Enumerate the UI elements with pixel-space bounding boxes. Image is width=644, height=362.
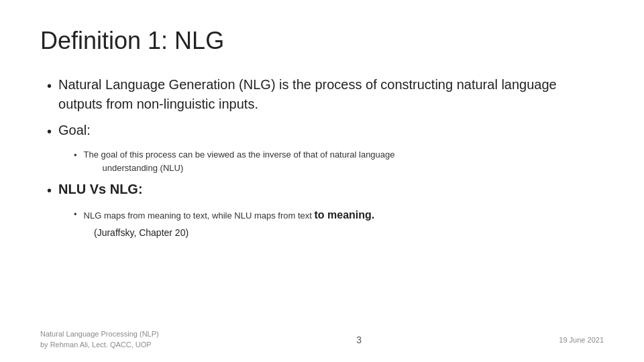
nlu-vs-nlg-label: NLU Vs NLG: [58,180,143,199]
goal-sub-text-part1: The goal of this process can be viewed a… [84,149,395,160]
goal-sub-bullet: • The goal of this process can be viewed… [74,148,604,174]
slide-content: • Natural Language Generation (NLG) is t… [40,75,604,238]
bullet-nlu-vs-nlg: • NLU Vs NLG: [47,180,604,200]
bullet-dot-1: • [47,76,52,96]
nlu-sub-bold-text: to meaning. [314,209,374,221]
goal-label-text: Goal: [58,123,91,137]
bullet-goal: • Goal: [47,121,604,141]
footer-left-line1: Natural Language Processing (NLP) [40,329,159,339]
goal-sub-text: The goal of this process can be viewed a… [84,148,604,174]
slide-title: Definition 1: NLG [40,27,604,55]
juraffsky-reference: (Juraffsky, Chapter 20) [94,227,604,238]
goal-sub-text-part2: understanding (NLU) [103,163,184,173]
bullet-dot-2: • [47,122,52,141]
nlu-sub-bullet: • NLG maps from meaning to text, while N… [74,207,604,223]
footer-left: Natural Language Processing (NLP) by Reh… [40,329,159,350]
slide: Definition 1: NLG • Natural Language Gen… [0,0,644,362]
goal-label: Goal: [58,121,604,140]
bullet-nlu-section: • NLU Vs NLG: • NLG maps from meaning to… [47,180,604,238]
nlu-sub-dot: • [74,208,77,221]
footer-left-line2: by Rehman Ali, Lect. QACC, UOP [40,340,159,350]
nlu-sub-normal-text: NLG maps from meaning to text, while NLU… [84,210,315,221]
nlu-sub-text: NLG maps from meaning to text, while NLU… [84,207,604,223]
slide-footer: Natural Language Processing (NLP) by Reh… [40,329,604,350]
bullet-dot-3: • [47,181,52,200]
bullet-goal-section: • Goal: • The goal of this process can b… [47,121,604,174]
footer-date: 19 June 2021 [559,336,604,344]
nlg-definition-text: Natural Language Generation (NLG) is the… [58,75,604,114]
footer-page-number: 3 [356,335,362,345]
bullet-nlg-definition: • Natural Language Generation (NLG) is t… [47,75,604,114]
goal-sub-dot: • [74,149,77,162]
